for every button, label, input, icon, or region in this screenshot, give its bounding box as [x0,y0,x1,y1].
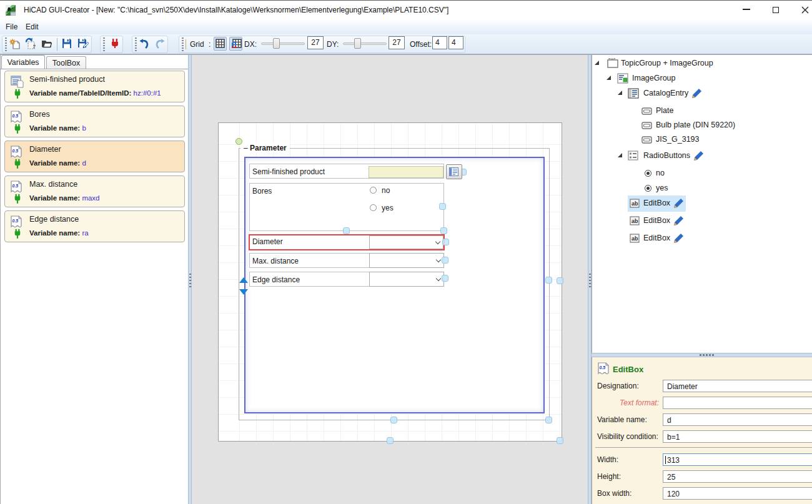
svg-text:ab: ab [631,218,638,224]
svg-text:ab: ab [631,235,638,242]
svg-text:ab: ab [631,200,638,207]
svg-text:0.5: 0.5 [600,365,606,370]
